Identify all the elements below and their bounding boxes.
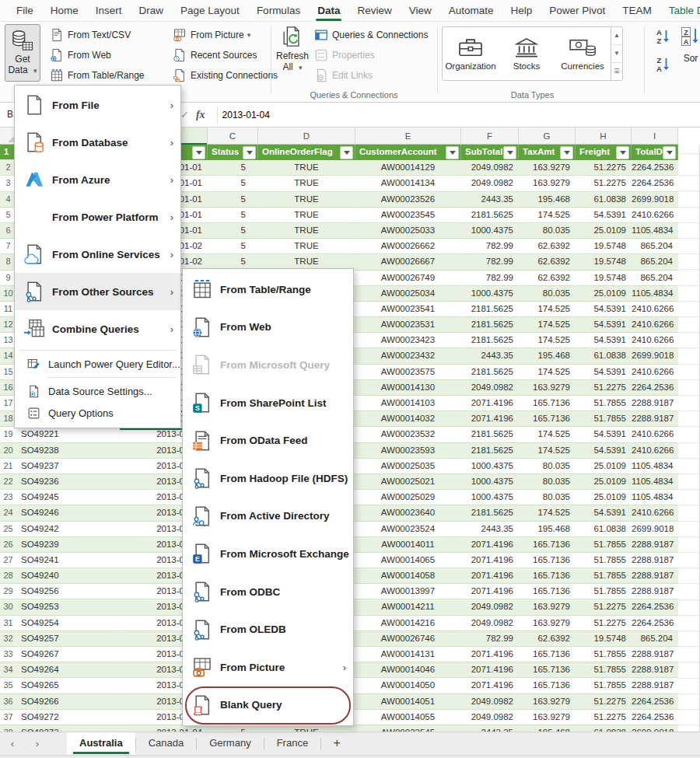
cell[interactable]: 2410.6266	[632, 505, 678, 521]
cell[interactable]: AW00014131	[355, 647, 461, 662]
organization-data-type[interactable]: Organization	[443, 27, 499, 80]
cell[interactable]: AW00023541	[355, 302, 461, 317]
header-cell-freight[interactable]: Freight	[576, 145, 632, 160]
sheet-tab-france[interactable]: France	[264, 732, 320, 756]
menu-item-launch-power-query-editor[interactable]: Launch Power Query Editor...	[15, 353, 180, 375]
column-header-E[interactable]: E	[355, 127, 461, 145]
cell[interactable]: 62.6392	[519, 239, 576, 254]
cell[interactable]: SO49221	[17, 427, 121, 442]
cell[interactable]: 62.6392	[519, 631, 576, 647]
cell[interactable]: 25.0109	[576, 474, 632, 490]
cell[interactable]: 165.7136	[519, 396, 576, 411]
cell[interactable]: AW00014011	[355, 537, 461, 553]
cell[interactable]: 5	[208, 725, 258, 732]
queries-connections-button[interactable]: Queries & Connections	[314, 26, 428, 44]
cell[interactable]: 5	[208, 239, 258, 254]
cell[interactable]: 2181.5625	[461, 427, 519, 442]
ribbon-tab-power-pivot[interactable]: Power Pivot	[541, 0, 614, 22]
submenu-item-from-microsoft-exchange[interactable]: EFrom Microsoft Exchange	[183, 535, 353, 573]
row-number[interactable]: 28	[0, 568, 17, 584]
cell[interactable]: 2071.4196	[461, 396, 519, 411]
header-cell-totaldue[interactable]: TotalDue	[632, 145, 678, 160]
cell[interactable]: 165.7136	[519, 537, 576, 553]
filter-dropdown-button[interactable]	[243, 146, 256, 159]
cell[interactable]: AW00023423	[355, 333, 461, 348]
cell[interactable]: 782.99	[461, 271, 519, 286]
ribbon-tab-formulas[interactable]: Formulas	[248, 0, 309, 22]
cell[interactable]: 165.7136	[519, 568, 576, 584]
cell[interactable]: 2288.9187	[632, 678, 678, 693]
currencies-data-type[interactable]: Currencies	[555, 27, 611, 80]
cell[interactable]: 174.525	[519, 365, 576, 380]
cell[interactable]: SO49265	[17, 678, 121, 693]
cell[interactable]: AW00025029	[355, 490, 461, 505]
cell[interactable]: 2049.0982	[461, 616, 519, 631]
cell[interactable]: TRUE	[258, 176, 355, 191]
cell[interactable]: TRUE	[258, 192, 355, 208]
cell[interactable]: 54.5391	[576, 443, 632, 459]
cell[interactable]: 174.525	[519, 302, 576, 317]
cell[interactable]: 2181.5625	[461, 443, 519, 459]
cell[interactable]: 2699.9018	[632, 192, 678, 208]
ribbon-tab-review[interactable]: Review	[348, 0, 400, 22]
gallery-more-button[interactable]: ☰	[611, 63, 622, 80]
cell[interactable]: 2410.6266	[632, 365, 678, 380]
cell[interactable]: 19.5748	[576, 271, 632, 286]
cell[interactable]: SO49264	[17, 662, 121, 678]
gallery-down-button[interactable]: ▼	[611, 45, 622, 63]
cell[interactable]: 865.204	[632, 239, 678, 254]
cell[interactable]: AW00023640	[355, 505, 461, 521]
cell[interactable]: 2410.6266	[632, 302, 678, 317]
submenu-item-from-active-directory[interactable]: From Active Directory	[183, 498, 353, 536]
cell[interactable]: 163.9279	[519, 616, 576, 631]
cell[interactable]: AW00023545	[355, 208, 461, 223]
cell[interactable]: 174.525	[519, 317, 576, 333]
cell[interactable]: TRUE	[258, 725, 355, 732]
row-number[interactable]: 37	[0, 710, 17, 725]
formula-bar-value[interactable]: 2013-01-04	[222, 110, 270, 121]
cell[interactable]: 2443.35	[461, 348, 519, 364]
cell[interactable]: AW00014130	[355, 380, 461, 396]
ribbon-tab-data[interactable]: Data	[309, 0, 348, 22]
row-number[interactable]: 30	[0, 599, 17, 615]
cell[interactable]: 2410.6266	[632, 208, 678, 223]
cell[interactable]: AW00023545	[355, 725, 461, 732]
sheet-nav-next-icon[interactable]: ›	[25, 732, 50, 756]
cell[interactable]: 2181.5625	[461, 365, 519, 380]
cell[interactable]: 2049.0982	[461, 160, 519, 176]
cell[interactable]: 54.5391	[576, 302, 632, 317]
submenu-item-from-picture[interactable]: From Picture›	[183, 648, 353, 686]
cell[interactable]: 174.525	[519, 443, 576, 459]
cell[interactable]: 54.5391	[576, 427, 632, 442]
cell[interactable]: 2181.5625	[461, 317, 519, 333]
cell[interactable]: 5	[208, 208, 258, 223]
cell[interactable]: 2071.4196	[461, 647, 519, 662]
cell[interactable]: 2288.9187	[632, 647, 678, 662]
cell[interactable]: 51.2275	[576, 176, 632, 191]
cell[interactable]: 51.7855	[576, 553, 632, 568]
cell[interactable]: 2288.9187	[632, 396, 678, 411]
row-number[interactable]: 32	[0, 631, 17, 647]
menu-item-from-database[interactable]: From Database›	[15, 124, 180, 161]
submenu-item-from-hadoop-file-hdfs[interactable]: From Hadoop File (HDFS)	[183, 459, 353, 498]
menu-item-from-other-sources[interactable]: From Other Sources›	[15, 273, 180, 310]
from-text-csv-button[interactable]: From Text/CSV	[50, 26, 131, 44]
cell[interactable]: 51.7855	[576, 568, 632, 584]
cell[interactable]: 163.9279	[519, 710, 576, 725]
cell[interactable]: 2071.4196	[461, 568, 519, 584]
cell[interactable]: 61.0838	[576, 348, 632, 364]
cell[interactable]: AW00014129	[355, 160, 461, 176]
cell[interactable]: AW00014050	[355, 678, 461, 693]
cell[interactable]: 51.7855	[576, 396, 632, 411]
cell[interactable]: 782.99	[461, 254, 519, 270]
cell[interactable]: AW00014058	[355, 568, 461, 584]
row-number[interactable]: 23	[0, 490, 17, 505]
ribbon-tab-insert[interactable]: Insert	[87, 0, 131, 22]
cell[interactable]: 2410.6266	[632, 333, 678, 348]
cell[interactable]: 2443.35	[461, 192, 519, 208]
row-number[interactable]: 31	[0, 616, 17, 631]
cell[interactable]: 2013-01-04	[121, 725, 208, 732]
filter-dropdown-button[interactable]	[663, 146, 676, 159]
cell[interactable]: 19.5748	[576, 239, 632, 254]
ribbon-tab-help[interactable]: Help	[502, 0, 541, 22]
